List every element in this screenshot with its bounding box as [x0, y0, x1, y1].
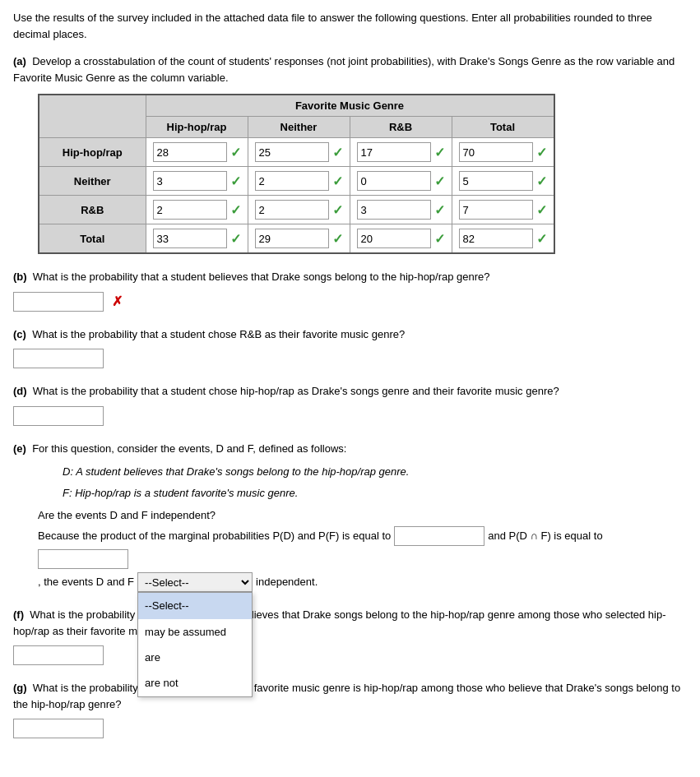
input-rnb-rnb[interactable] — [357, 200, 431, 220]
table-row: Total ✓ ✓ ✓ ✓ — [39, 224, 554, 254]
part-e-are-text: Are the events D and F independent? — [38, 509, 687, 521]
part-a-block: (a) Develop a crosstabulation of the cou… — [13, 53, 687, 254]
cell-hh-hh: ✓ — [146, 138, 248, 167]
intro-text: Use the results of the survey included i… — [13, 10, 687, 42]
input-n-hh[interactable] — [153, 171, 227, 191]
part-e-label: (e) For this question, consider the even… — [13, 441, 687, 457]
part-f-block: (f) What is the probability to find a st… — [13, 607, 687, 665]
check-rnb-n: ✓ — [332, 202, 343, 218]
part-e-input2[interactable] — [38, 549, 128, 569]
check-total-hh: ✓ — [230, 231, 241, 247]
cell-total-hh: ✓ — [146, 224, 248, 254]
part-d-label: (d) What is the probability that a stude… — [13, 383, 687, 400]
input-hh-n[interactable] — [255, 142, 329, 162]
cell-hh-n: ✓ — [248, 138, 350, 167]
part-e-sub1: D: A student believes that Drake's songs… — [63, 463, 687, 481]
input-hh-total[interactable] — [459, 142, 533, 162]
fav-music-header: Favorite Music Genre — [146, 95, 554, 117]
cell-n-hh: ✓ — [146, 167, 248, 196]
select-independent[interactable]: --Select-- may be assumed are are not — [137, 572, 253, 592]
check-hh-total: ✓ — [536, 145, 547, 160]
cell-rnb-n: ✓ — [248, 196, 350, 224]
part-b-text: What is the probability that a student b… — [33, 271, 490, 283]
part-c-text: What is the probability that a student c… — [32, 328, 405, 340]
cell-n-total: ✓ — [452, 167, 554, 196]
cell-hh-total: ✓ — [452, 138, 554, 167]
error-mark-b: ✗ — [112, 294, 123, 309]
dropdown-item-may-be[interactable]: may be assumed — [138, 619, 252, 645]
because-text: Because the product of the marginal prob… — [38, 526, 391, 545]
check-n-hh: ✓ — [230, 173, 241, 189]
check-rnb-hh: ✓ — [230, 202, 241, 218]
input-total-rnb[interactable] — [357, 229, 431, 248]
table-row: Neither ✓ ✓ ✓ ✓ — [39, 167, 554, 196]
part-e-input1[interactable] — [394, 526, 484, 546]
input-n-total[interactable] — [459, 171, 533, 191]
crosstab-table: Favorite Music Genre Hip-hop/rap Neither… — [38, 94, 555, 254]
check-rnb-rnb: ✓ — [434, 202, 445, 218]
part-g-text: What is the probability to find a studen… — [13, 682, 680, 710]
part-a-label: (a) Develop a crosstabulation of the cou… — [13, 53, 687, 86]
input-hh-rnb[interactable] — [357, 142, 431, 162]
part-e-because-row: Because the product of the marginal prob… — [38, 526, 687, 569]
part-f-input[interactable] — [13, 645, 104, 665]
input-rnb-hh[interactable] — [153, 200, 227, 220]
dropdown-open-list[interactable]: --Select-- may be assumed are are not — [137, 592, 253, 697]
part-d-block: (d) What is the probability that a stude… — [13, 383, 687, 426]
cell-total-n: ✓ — [248, 224, 350, 254]
col-hiphop: Hip-hop/rap — [146, 117, 248, 138]
col-rnb: R&B — [350, 117, 452, 138]
part-d-input[interactable] — [13, 406, 104, 426]
part-b-block: (b) What is the probability that a stude… — [13, 269, 687, 312]
cell-n-n: ✓ — [248, 167, 350, 196]
part-f-label: (f) What is the probability to find a st… — [13, 607, 687, 639]
part-e-select-row: , the events D and F --Select-- may be a… — [38, 572, 687, 592]
dropdown-item-select[interactable]: --Select-- — [138, 593, 252, 618]
select-dropdown-wrapper[interactable]: --Select-- may be assumed are are not --… — [137, 572, 253, 592]
check-hh-n: ✓ — [332, 145, 343, 160]
input-hh-hh[interactable] — [153, 142, 227, 162]
check-rnb-total: ✓ — [536, 202, 547, 218]
crosstab-wrapper: Favorite Music Genre Hip-hop/rap Neither… — [38, 94, 687, 254]
part-g-input[interactable] — [13, 719, 104, 738]
part-g-label: (g) What is the probability to find a st… — [13, 680, 687, 712]
input-n-n[interactable] — [255, 171, 329, 191]
input-total-n[interactable] — [255, 229, 329, 248]
check-n-rnb: ✓ — [434, 173, 445, 189]
row-header-hiphop: Hip-hop/rap — [39, 138, 146, 167]
input-n-rnb[interactable] — [357, 171, 431, 191]
table-row: R&B ✓ ✓ ✓ ✓ — [39, 196, 554, 224]
corner-header — [39, 95, 146, 138]
part-c-input[interactable] — [13, 349, 104, 368]
part-b-input[interactable] — [13, 292, 104, 312]
part-e-text: For this question, consider the events, … — [32, 442, 346, 455]
part-c-block: (c) What is the probability that a stude… — [13, 326, 687, 369]
part-g-block: (g) What is the probability to find a st… — [13, 680, 687, 738]
cell-rnb-rnb: ✓ — [350, 196, 452, 224]
col-neither: Neither — [248, 117, 350, 138]
input-rnb-total[interactable] — [459, 200, 533, 220]
input-total-total[interactable] — [459, 229, 533, 248]
part-b-label: (b) What is the probability that a stude… — [13, 269, 687, 285]
part-a-text: Develop a crosstabulation of the count o… — [13, 55, 675, 84]
row-header-neither: Neither — [39, 167, 146, 196]
col-total: Total — [452, 117, 554, 138]
cell-n-rnb: ✓ — [350, 167, 452, 196]
dropdown-item-are[interactable]: are — [138, 645, 252, 670]
part-c-label: (c) What is the probability that a stude… — [13, 326, 687, 343]
cell-total-total: ✓ — [452, 224, 554, 254]
check-total-n: ✓ — [332, 231, 343, 247]
dropdown-item-are-not[interactable]: are not — [138, 670, 252, 696]
check-n-n: ✓ — [332, 173, 343, 189]
input-total-hh[interactable] — [153, 229, 227, 248]
cell-rnb-hh: ✓ — [146, 196, 248, 224]
input-rnb-n[interactable] — [255, 200, 329, 220]
part-d-text: What is the probability that a student c… — [33, 385, 559, 397]
cell-hh-rnb: ✓ — [350, 138, 452, 167]
check-total-rnb: ✓ — [434, 231, 445, 247]
row-header-total: Total — [39, 224, 146, 254]
check-total-total: ✓ — [536, 231, 547, 247]
part-e-sub2: F: Hip-hop/rap is a student favorite's m… — [63, 484, 687, 502]
and-text: and P(D ∩ F) is equal to — [488, 526, 602, 545]
part-f-text: What is the probability to find a studen… — [13, 608, 666, 637]
